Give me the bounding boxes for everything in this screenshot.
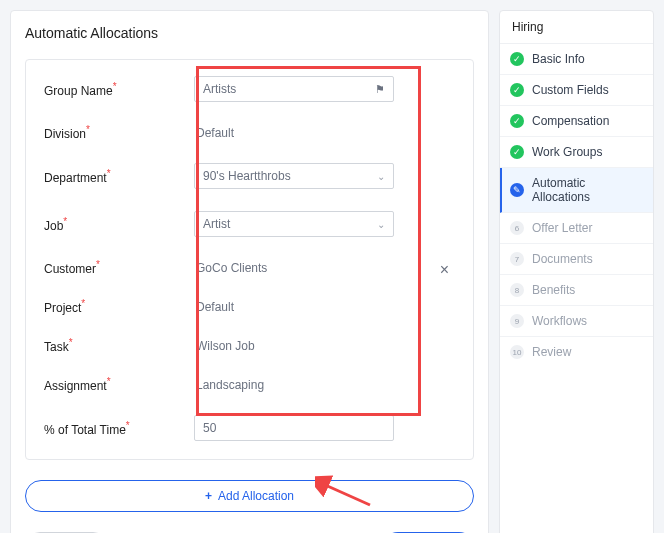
- add-allocation-button[interactable]: + Add Allocation: [25, 480, 474, 512]
- chevron-down-icon: ⌄: [377, 219, 385, 230]
- plus-icon: +: [205, 489, 212, 503]
- edit-icon: ✎: [510, 183, 524, 197]
- main-panel: Automatic Allocations Group Name* Artist…: [10, 10, 489, 533]
- sidebar: Hiring ✓Basic Info ✓Custom Fields ✓Compe…: [499, 10, 654, 533]
- sidebar-item-benefits[interactable]: 8Benefits: [500, 275, 653, 306]
- value-customer: GoCo Clients: [194, 261, 455, 275]
- sidebar-item-work-groups[interactable]: ✓Work Groups: [500, 137, 653, 168]
- check-icon: ✓: [510, 52, 524, 66]
- row-percent-time: % of Total Time* 50: [44, 415, 455, 441]
- row-department: Department* 90's Heartthrobs ⌄: [44, 163, 455, 189]
- sidebar-item-basic-info[interactable]: ✓Basic Info: [500, 44, 653, 75]
- input-percent-time[interactable]: 50: [194, 415, 394, 441]
- allocation-form: Group Name* Artists ⚑ Division* Default …: [25, 59, 474, 460]
- step-number: 6: [510, 221, 524, 235]
- sidebar-header: Hiring: [500, 11, 653, 44]
- check-icon: ✓: [510, 145, 524, 159]
- value-division: Default: [194, 126, 455, 140]
- chevron-down-icon: ⌄: [377, 171, 385, 182]
- value-assignment: Landscaping: [194, 378, 455, 392]
- sidebar-item-custom-fields[interactable]: ✓Custom Fields: [500, 75, 653, 106]
- sidebar-item-compensation[interactable]: ✓Compensation: [500, 106, 653, 137]
- row-customer: Customer* GoCo Clients ×: [44, 259, 455, 276]
- label-division: Division*: [44, 124, 194, 141]
- sidebar-item-offer-letter[interactable]: 6Offer Letter: [500, 213, 653, 244]
- label-project: Project*: [44, 298, 194, 315]
- remove-allocation-button[interactable]: ×: [440, 261, 449, 279]
- sidebar-item-automatic-allocations[interactable]: ✎Automatic Allocations: [500, 168, 653, 213]
- step-number: 7: [510, 252, 524, 266]
- label-percent-time: % of Total Time*: [44, 420, 194, 437]
- sidebar-item-workflows[interactable]: 9Workflows: [500, 306, 653, 337]
- page-title: Automatic Allocations: [25, 25, 474, 41]
- row-job: Job* Artist ⌄: [44, 211, 455, 237]
- row-assignment: Assignment* Landscaping: [44, 376, 455, 393]
- label-job: Job*: [44, 216, 194, 233]
- row-project: Project* Default: [44, 298, 455, 315]
- step-number: 9: [510, 314, 524, 328]
- step-number: 8: [510, 283, 524, 297]
- value-project: Default: [194, 300, 455, 314]
- select-job[interactable]: Artist ⌄: [194, 211, 394, 237]
- input-group-name[interactable]: Artists ⚑: [194, 76, 394, 102]
- row-group-name: Group Name* Artists ⚑: [44, 76, 455, 102]
- label-group-name: Group Name*: [44, 81, 194, 98]
- sidebar-item-documents[interactable]: 7Documents: [500, 244, 653, 275]
- row-task: Task* Wilson Job: [44, 337, 455, 354]
- flag-icon: ⚑: [375, 83, 385, 96]
- sidebar-item-review[interactable]: 10Review: [500, 337, 653, 367]
- check-icon: ✓: [510, 114, 524, 128]
- label-task: Task*: [44, 337, 194, 354]
- select-department[interactable]: 90's Heartthrobs ⌄: [194, 163, 394, 189]
- value-task: Wilson Job: [194, 339, 455, 353]
- check-icon: ✓: [510, 83, 524, 97]
- label-assignment: Assignment*: [44, 376, 194, 393]
- step-number: 10: [510, 345, 524, 359]
- highlight-annotation: [196, 66, 421, 416]
- label-customer: Customer*: [44, 259, 194, 276]
- row-division: Division* Default: [44, 124, 455, 141]
- label-department: Department*: [44, 168, 194, 185]
